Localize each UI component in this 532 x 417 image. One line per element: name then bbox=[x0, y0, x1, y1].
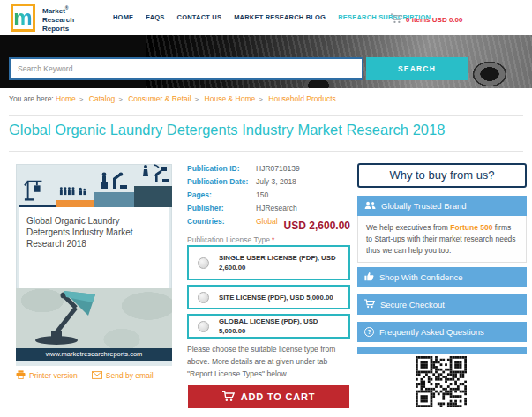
detail-row: Publisher:HJResearch bbox=[187, 204, 350, 217]
pages-value: 150 bbox=[256, 190, 268, 204]
cart-icon bbox=[391, 11, 402, 27]
process-icon bbox=[138, 163, 169, 186]
breadcrumb-home[interactable]: Home bbox=[56, 94, 76, 103]
breadcrumb-house-home[interactable]: House & Home bbox=[205, 94, 256, 103]
secure-checkout-bar[interactable]: Secure Checkout bbox=[357, 294, 527, 315]
breadcrumb-separator: > bbox=[79, 95, 84, 103]
publication-id-label: Publication ID: bbox=[187, 164, 256, 177]
cart-icon bbox=[222, 391, 235, 404]
printer-icon bbox=[16, 370, 26, 381]
license-note: Please choose the suitable license type … bbox=[187, 343, 353, 380]
nav-item-market-research-blog[interactable]: MARKET RESEARCH BLOG bbox=[234, 13, 326, 21]
license-heading-text: Publication License Type bbox=[187, 235, 270, 244]
breadcrumb-household-products[interactable]: Household Products bbox=[268, 94, 336, 103]
logo-wordmark: Market® Research Reports bbox=[42, 4, 74, 34]
license-option-label: SITE LICENSE (PDF), USD 5,000.00 bbox=[219, 293, 339, 302]
product-page: m Market® Research Reports HOME FAQS CON… bbox=[0, 0, 532, 417]
divider bbox=[9, 151, 523, 152]
header-cart[interactable]: 0 items USD 0.00 bbox=[391, 11, 462, 27]
cover-block-slate bbox=[134, 186, 172, 207]
users-icon bbox=[364, 201, 376, 212]
publisher-label: Publisher: bbox=[187, 204, 256, 217]
divider bbox=[9, 115, 523, 116]
page-title: Global Organic Laundry Detergents Indust… bbox=[9, 122, 523, 138]
main-nav: HOME FAQS CONTACT US MARKET RESEARCH BLO… bbox=[113, 13, 431, 21]
cart-icon bbox=[364, 299, 375, 310]
send-by-email-label: Send by email bbox=[106, 371, 154, 380]
cover-block-orange bbox=[56, 200, 94, 207]
nav-item-home[interactable]: HOME bbox=[113, 13, 133, 21]
question-icon: ? bbox=[364, 327, 374, 337]
site-header: m Market® Research Reports HOME FAQS CON… bbox=[0, 0, 532, 35]
qr-code bbox=[416, 356, 467, 407]
publication-date-label: Publication Date: bbox=[187, 177, 256, 190]
cover-block-steel bbox=[94, 192, 134, 207]
license-option-site[interactable]: SITE LICENSE (PDF), USD 5,000.00 bbox=[187, 285, 350, 309]
license-radio[interactable] bbox=[198, 292, 209, 303]
fortune-500-link[interactable]: Fortune 500 bbox=[450, 223, 492, 232]
breadcrumb-consumer-retail[interactable]: Consumer & Retail bbox=[128, 94, 191, 103]
pages-label: Pages: bbox=[187, 190, 256, 204]
breadcrumb-separator: > bbox=[195, 95, 199, 103]
cover-map-area bbox=[16, 288, 172, 348]
email-icon bbox=[92, 371, 102, 381]
search-button[interactable]: SEARCH bbox=[366, 57, 468, 80]
printer-version-label: Printer version bbox=[29, 371, 78, 380]
detail-row: Pages:150 bbox=[187, 190, 350, 204]
add-to-cart-label: ADD TO CART bbox=[241, 391, 315, 402]
detail-row: Publication ID:HJR0718139 bbox=[187, 164, 350, 177]
bar-label: Frequently Asked Questions bbox=[379, 327, 484, 337]
breadcrumb-separator: > bbox=[259, 95, 263, 103]
add-to-cart-button[interactable]: ADD TO CART bbox=[188, 385, 349, 408]
publication-date-value: July 3, 2018 bbox=[256, 177, 296, 190]
crane-icon bbox=[22, 178, 49, 205]
logo-line: Reports bbox=[42, 25, 74, 34]
thumbs-up-icon bbox=[364, 272, 374, 283]
cart-summary: 0 items USD 0.00 bbox=[406, 16, 462, 24]
nav-item-contact-us[interactable]: CONTACT US bbox=[177, 13, 222, 21]
send-by-email-link[interactable]: Send by email bbox=[92, 370, 154, 381]
publication-id-value: HJR0718139 bbox=[256, 164, 300, 177]
logo-line: Research bbox=[42, 16, 74, 25]
license-type-heading: Publication License Type* bbox=[187, 235, 274, 244]
report-cover-image: Global Organic Laundry Detergents Indust… bbox=[16, 164, 172, 366]
registered-mark: ® bbox=[65, 5, 69, 11]
cover-website: www.marketresearchreports.com bbox=[16, 348, 172, 361]
price: USD 2,600.00 bbox=[187, 220, 350, 232]
faq-bar[interactable]: ? Frequently Asked Questions bbox=[357, 322, 527, 342]
shop-with-confidence-bar[interactable]: Shop With Confidence bbox=[357, 267, 527, 287]
license-option-label: GLOBAL LICENSE (PDF), USD 5,000.00 bbox=[219, 316, 348, 336]
license-option-single-user[interactable]: SINGLE USER LICENSE (PDF), USD 2,600.00 bbox=[187, 245, 350, 280]
breadcrumb-catalog[interactable]: Catalog bbox=[89, 94, 115, 103]
search-input[interactable] bbox=[9, 57, 363, 80]
logo-letter: m bbox=[13, 8, 32, 27]
why-buy-heading: Why to buy from us? bbox=[357, 163, 527, 188]
cover-icon-band bbox=[16, 164, 172, 207]
breadcrumb: You are here: Home> Catalog> Consumer & … bbox=[9, 94, 336, 103]
breadcrumb-separator: > bbox=[118, 95, 123, 103]
blue-strip bbox=[357, 347, 527, 354]
globally-trusted-brand-bar[interactable]: Globally Trusted Brand bbox=[357, 196, 527, 216]
logo-line: Market bbox=[42, 7, 65, 15]
bar-label: Globally Trusted Brand bbox=[381, 201, 467, 211]
breadcrumb-prefix: You are here: bbox=[9, 94, 54, 103]
license-radio[interactable] bbox=[198, 321, 209, 332]
trusted-text: We help executives from bbox=[366, 223, 450, 232]
license-option-label: SINGLE USER LICENSE (PDF), USD 2,600.00 bbox=[219, 253, 348, 272]
bar-label: Shop With Confidence bbox=[379, 272, 463, 282]
nav-item-faqs[interactable]: FAQS bbox=[146, 13, 164, 21]
site-logo[interactable]: m bbox=[11, 4, 35, 32]
trusted-brand-text: We help executives from Fortune 500 firm… bbox=[357, 216, 527, 263]
detail-row: Publication Date:July 3, 2018 bbox=[187, 177, 350, 190]
license-option-global[interactable]: GLOBAL LICENSE (PDF), USD 5,000.00 bbox=[187, 314, 350, 339]
publisher-value: HJResearch bbox=[256, 204, 297, 217]
bar-label: Secure Checkout bbox=[380, 300, 445, 309]
printer-version-link[interactable]: Printer version bbox=[16, 370, 78, 381]
cover-title: Global Organic Laundry Detergents Indust… bbox=[26, 215, 161, 249]
desk-lamp-icon bbox=[19, 288, 134, 348]
license-radio[interactable] bbox=[198, 257, 209, 269]
required-asterisk: * bbox=[272, 235, 274, 244]
machinery-icon bbox=[99, 171, 131, 192]
cover-title-panel: Global Organic Laundry Detergents Indust… bbox=[19, 207, 169, 288]
document-actions: Printer version Send by email bbox=[16, 370, 154, 381]
